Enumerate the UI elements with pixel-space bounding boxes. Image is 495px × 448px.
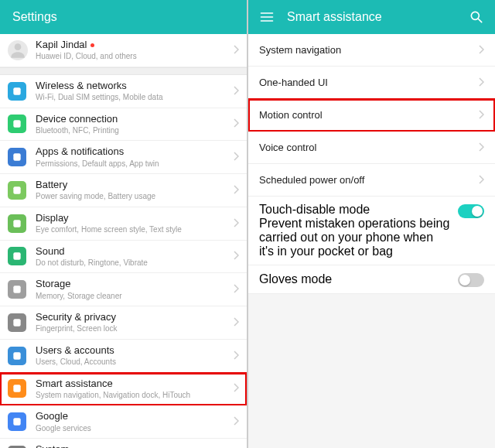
settings-row-sub: Do not disturb, Ringtone, Vibrate [36,258,228,268]
settings-row-sub: Eye comfort, Home screen style, Text sty… [36,225,228,235]
chevron-right-icon [478,173,484,187]
settings-row[interactable]: Google Google services [0,405,247,439]
settings-row-texts: Battery Power saving mode, Battery usage [36,179,228,202]
settings-row-sub: System navigation, Navigation dock, HiTo… [36,391,228,401]
settings-row-icon [8,412,26,431]
chevron-right-icon [478,141,484,155]
svg-rect-3 [13,153,20,160]
chevron-right-icon [233,217,239,231]
settings-row-texts: Users & accounts Users, Cloud, Accounts [36,344,228,368]
chevron-right-icon [233,183,239,197]
settings-row-sub: Wi-Fi, Dual SIM settings, Mobile data [36,93,228,103]
chevron-right-icon [233,43,239,57]
settings-row[interactable]: Wireless & networks Wi-Fi, Dual SIM sett… [0,75,247,108]
settings-row[interactable]: Apps & notifications Permissions, Defaul… [0,141,247,174]
settings-row-label: Users & accounts [36,344,228,357]
touch-disable-sub: Prevent mistaken operations being carrie… [259,217,450,258]
svg-rect-2 [13,121,20,128]
settings-row-icon [8,280,26,299]
gloves-label: Gloves mode [259,272,450,286]
settings-row-label: Apps & notifications [36,145,228,158]
gloves-row[interactable]: Gloves mode [248,265,495,294]
settings-row-icon [8,247,26,265]
chevron-right-icon [233,349,239,363]
smart-assistance-screen: Smart assistance System navigation One-h… [247,0,495,448]
gloves-toggle[interactable] [458,273,484,287]
settings-row-label: Sound [36,245,228,258]
section-divider [0,67,247,75]
smart-assistance-row[interactable]: Motion control [248,99,495,132]
settings-row-sub: Google services [36,424,228,434]
chevron-right-icon [233,117,239,131]
smart-assistance-row[interactable]: Voice control [248,132,495,164]
smart-assistance-row-label: System navigation [259,44,478,56]
settings-row-icon [8,214,26,233]
settings-row[interactable]: Users & accounts Users, Cloud, Accounts [0,340,247,373]
svg-rect-8 [13,319,20,326]
hamburger-icon[interactable] [258,8,276,26]
smart-assistance-header: Smart assistance [248,0,495,34]
svg-rect-1 [13,87,20,94]
settings-row-icon [8,82,26,101]
settings-row[interactable]: Smart assistance System navigation, Navi… [0,373,247,406]
settings-row-sub: Bluetooth, NFC, Printing [36,126,228,136]
touch-disable-label: Touch-disable mode [259,203,450,217]
settings-row-icon [8,347,26,365]
settings-row-texts: Wireless & networks Wi-Fi, Dual SIM sett… [36,80,228,103]
profile-row[interactable]: Kapil Jindal Huawei ID, Cloud, and other… [0,34,247,67]
chevron-right-icon [478,108,484,122]
settings-row-label: Battery [36,179,228,191]
search-icon[interactable] [467,8,486,26]
avatar-icon [8,40,28,60]
svg-rect-11 [13,418,20,425]
settings-row-texts: Smart assistance System navigation, Navi… [36,378,228,401]
chevron-right-icon [233,84,239,98]
settings-row[interactable]: Security & privacy Fingerprint, Screen l… [0,306,247,340]
chevron-right-icon [478,76,484,90]
settings-row[interactable]: Device connection Bluetooth, NFC, Printi… [0,108,247,142]
settings-title: Settings [9,10,237,24]
smart-assistance-row[interactable]: One-handed UI [248,67,495,99]
svg-point-13 [471,12,479,19]
settings-row-label: System [36,443,228,448]
profile-name: Kapil Jindal [36,39,228,51]
smart-assistance-row-label: Scheduled power on/off [259,174,478,186]
svg-rect-4 [13,186,20,193]
settings-row-sub: Users, Cloud, Accounts [36,357,228,368]
settings-row-icon [8,379,26,398]
smart-assistance-list[interactable]: System navigation One-handed UI Motion c… [248,34,495,448]
chevron-right-icon [233,150,239,164]
settings-row[interactable]: Storage Memory, Storage cleaner [0,273,247,306]
chevron-right-icon [233,381,239,395]
touch-disable-row[interactable]: Touch-disable mode Prevent mistaken oper… [248,197,495,265]
settings-row-label: Wireless & networks [36,80,228,92]
settings-row-icon [8,313,26,332]
touch-disable-toggle[interactable] [458,204,484,218]
settings-row-sub: Power saving mode, Battery usage [36,192,228,202]
chevron-right-icon [233,316,239,330]
profile-texts: Kapil Jindal Huawei ID, Cloud, and other… [36,39,228,62]
smart-assistance-row[interactable]: System navigation [248,34,495,67]
gloves-texts: Gloves mode [259,272,458,286]
settings-row[interactable]: Display Eye comfort, Home screen style, … [0,207,247,241]
smart-assistance-title: Smart assistance [284,10,467,24]
chevron-right-icon [233,249,239,263]
smart-assistance-row-label: Voice control [259,142,478,153]
settings-row[interactable]: Battery Power saving mode, Battery usage [0,174,247,207]
settings-row-label: Display [36,212,228,224]
settings-row-label: Device connection [36,113,228,125]
settings-row-texts: Apps & notifications Permissions, Defaul… [36,145,228,169]
touch-disable-texts: Touch-disable mode Prevent mistaken oper… [259,203,458,258]
svg-rect-10 [13,385,20,392]
settings-row[interactable]: System System update, About phone, Langu… [0,439,247,448]
profile-name-text: Kapil Jindal [36,39,87,50]
settings-list[interactable]: Kapil Jindal Huawei ID, Cloud, and other… [0,34,247,448]
settings-row-label: Security & privacy [36,311,228,323]
settings-screen: Settings Kapil Jindal Huawei ID, Cloud, … [0,0,247,448]
settings-row-sub: Fingerprint, Screen lock [36,324,228,334]
settings-row-label: Storage [36,278,228,290]
smart-assistance-row[interactable]: Scheduled power on/off [248,164,495,197]
settings-row-texts: Device connection Bluetooth, NFC, Printi… [36,113,228,136]
settings-row[interactable]: Sound Do not disturb, Ringtone, Vibrate [0,241,247,274]
settings-row-label: Google [36,410,228,422]
